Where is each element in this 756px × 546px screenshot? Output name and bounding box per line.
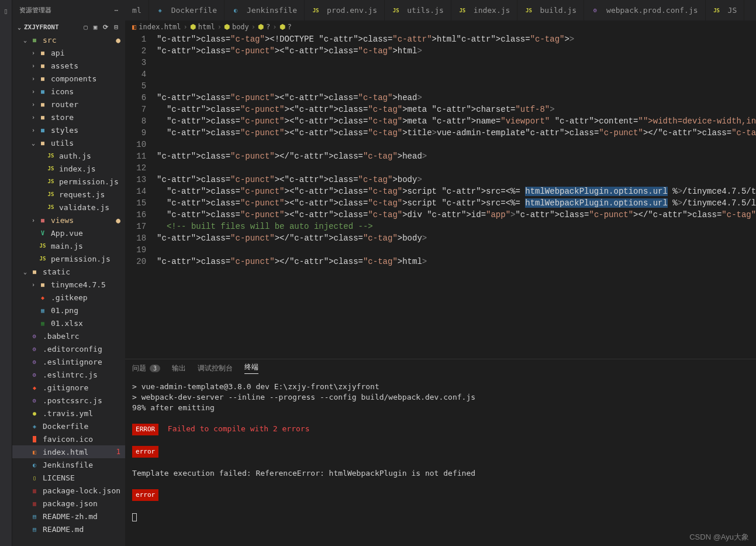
tree-item[interactable]: ›views●	[12, 214, 125, 226]
code-line[interactable]	[157, 68, 756, 80]
tab-problems[interactable]: 问题3	[132, 363, 160, 373]
cfg-icon	[30, 396, 39, 405]
tree-item[interactable]: ›tinymce4.7.5	[12, 278, 125, 291]
editor-tab[interactable]: prod.env.js	[305, 0, 385, 20]
folder-yellow-icon	[38, 280, 47, 289]
code-line[interactable]	[157, 162, 756, 174]
tab-debug[interactable]: 调试控制台	[198, 363, 233, 373]
project-name: ZXJYFRONT	[24, 23, 59, 31]
new-file-icon[interactable]: ▢	[84, 23, 88, 31]
code-line[interactable]: <!-- built files will be auto injected -…	[157, 221, 756, 232]
tree-item[interactable]: .gitkeep	[12, 291, 125, 304]
tree-item[interactable]: permission.js	[12, 175, 125, 188]
editor-tabs: mlDockerfileJenkinsfileprod.env.jsutils.…	[125, 0, 756, 20]
terminal-body[interactable]: > vue-admin-template@3.8.0 dev E:\zxjy-f…	[125, 377, 756, 546]
editor-tab[interactable]: webpack.prod.conf.js	[584, 0, 706, 20]
bc-item[interactable]: index.html	[139, 23, 181, 31]
bc-item[interactable]: html	[198, 23, 215, 31]
editor-tab[interactable]: Jenkinsfile	[225, 0, 305, 20]
code-line[interactable]: "c-attr">class="c-punct"><"c-attr">class…	[157, 197, 756, 209]
new-folder-icon[interactable]: ▣	[94, 23, 98, 31]
code-line[interactable]	[157, 80, 756, 92]
more-icon[interactable]: ⋯	[114, 6, 118, 14]
tree-item[interactable]: 01.png	[12, 304, 125, 317]
tree-item[interactable]: main.js	[12, 239, 125, 252]
bc-item[interactable]: body	[232, 23, 249, 31]
tab-terminal[interactable]: 终端	[244, 362, 258, 374]
tree-item[interactable]: ›styles	[12, 123, 125, 136]
bc-item[interactable]: ?	[266, 23, 270, 31]
code-line[interactable]	[157, 139, 756, 150]
line-number: 16	[125, 209, 146, 221]
breadcrumb[interactable]: ◧ index.html › ⬢ html › ⬢ body › ⬢ ? › ⬢…	[125, 20, 756, 33]
code-line[interactable]: "c-attr">class="c-punct"><"c-attr">class…	[157, 115, 756, 127]
tree-item[interactable]: .babelrc	[12, 329, 125, 342]
tree-item[interactable]: .postcssrc.js	[12, 394, 125, 407]
line-number: 4	[125, 68, 146, 80]
tab-output[interactable]: 输出	[172, 363, 186, 373]
code-line[interactable]: "c-attr">class="c-punct"><"c-attr">class…	[157, 174, 756, 186]
tree-item[interactable]: ⌄static	[12, 265, 125, 278]
bc-item[interactable]: ?	[288, 23, 292, 31]
editor-tab[interactable]: JS	[706, 0, 745, 20]
editor-tab[interactable]: index.js	[451, 0, 518, 20]
chevron-right-icon: ›	[29, 101, 38, 108]
code-line[interactable]	[157, 244, 756, 256]
code-line[interactable]	[157, 57, 756, 68]
tree-item[interactable]: ›api	[12, 46, 125, 59]
code-line[interactable]: "c-attr">class="c-punct"></"c-attr">clas…	[157, 232, 756, 244]
code-line[interactable]: "c-attr">class="c-punct"><"c-attr">class…	[157, 186, 756, 197]
npm-icon	[30, 486, 39, 495]
tree-item[interactable]: ›components	[12, 72, 125, 85]
tree-item[interactable]: ›assets	[12, 59, 125, 72]
code-line[interactable]: "c-attr">class="c-punct"><"c-attr">class…	[157, 127, 756, 139]
tree-item[interactable]: App.vue	[12, 226, 125, 239]
code-line[interactable]: "c-attr">class="c-punct"></"c-attr">clas…	[157, 256, 756, 267]
tree-label: src	[43, 36, 56, 44]
tree-item[interactable]: permission.js	[12, 252, 125, 265]
tree-item[interactable]: Dockerfile	[12, 420, 125, 432]
code-editor[interactable]: 1234567891011121314151617181920 "c-attr"…	[125, 33, 756, 359]
tree-item[interactable]: ⌄src●	[12, 33, 125, 46]
tree-item[interactable]: index.html1	[12, 445, 125, 458]
activity-bar: ▯	[0, 0, 12, 546]
tree-item[interactable]: 01.xlsx	[12, 317, 125, 329]
tree-item[interactable]: LICENSE	[12, 471, 125, 484]
project-header[interactable]: ⌄ ZXJYFRONT ▢ ▣ ⟳ ⊟	[12, 20, 125, 33]
tree-item[interactable]: README-zh.md	[12, 510, 125, 523]
code-content[interactable]: "c-attr">class="c-tag"><!DOCTYPE "c-attr…	[157, 33, 756, 359]
tree-item[interactable]: auth.js	[12, 149, 125, 162]
error-tag: error	[132, 489, 158, 501]
editor-tab[interactable]: Dockerfile	[149, 0, 225, 20]
files-icon[interactable]: ▯	[0, 5, 12, 16]
editor-tab[interactable]: ml	[125, 0, 149, 20]
editor-tab[interactable]: utils.js	[385, 0, 451, 20]
tree-item[interactable]: .gitignore	[12, 381, 125, 394]
tree-item[interactable]: .eslintignore	[12, 355, 125, 368]
tree-item[interactable]: README.md	[12, 523, 125, 535]
editor-tab[interactable]: build.js	[517, 0, 584, 20]
code-line[interactable]: "c-attr">class="c-punct"><"c-attr">class…	[157, 104, 756, 115]
tree-item[interactable]: ›router	[12, 98, 125, 111]
tree-item[interactable]: ›store	[12, 111, 125, 123]
tree-item[interactable]: .eslintrc.js	[12, 368, 125, 381]
tree-item[interactable]: favicon.ico	[12, 432, 125, 445]
code-line[interactable]: "c-attr">class="c-punct"><"c-attr">class…	[157, 209, 756, 221]
tree-item[interactable]: package-lock.json	[12, 484, 125, 497]
code-line[interactable]: "c-attr">class="c-punct"><"c-attr">class…	[157, 45, 756, 57]
code-line[interactable]: "c-attr">class="c-tag"><!DOCTYPE "c-attr…	[157, 33, 756, 45]
tree-item[interactable]: package.json	[12, 497, 125, 510]
tree-item[interactable]: index.js	[12, 162, 125, 175]
collapse-icon[interactable]: ⊟	[114, 23, 118, 31]
tree-item[interactable]: ⌄utils	[12, 136, 125, 149]
tree-item[interactable]: .editorconfig	[12, 342, 125, 355]
tree-item[interactable]: ›icons	[12, 85, 125, 98]
tree-item[interactable]: validate.js	[12, 201, 125, 214]
code-line[interactable]: "c-attr">class="c-punct"></"c-attr">clas…	[157, 150, 756, 162]
refresh-icon[interactable]: ⟳	[103, 23, 108, 31]
error-message: Failed to compile with 2 errors	[168, 424, 310, 433]
code-line[interactable]: "c-attr">class="c-punct"><"c-attr">class…	[157, 92, 756, 104]
tree-item[interactable]: request.js	[12, 188, 125, 201]
tree-item[interactable]: Jenkinsfile	[12, 458, 125, 471]
tree-item[interactable]: .travis.yml	[12, 407, 125, 420]
